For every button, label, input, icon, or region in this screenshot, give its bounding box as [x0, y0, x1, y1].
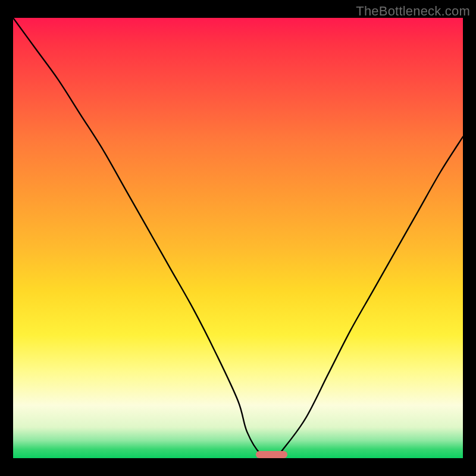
- watermark-text: TheBottleneck.com: [356, 4, 470, 19]
- bottleneck-curve-path: [13, 18, 463, 458]
- plot-area: [13, 18, 463, 458]
- bottleneck-curve: [13, 18, 463, 458]
- optimal-range-marker: [256, 451, 287, 458]
- chart-frame: TheBottleneck.com: [0, 0, 476, 476]
